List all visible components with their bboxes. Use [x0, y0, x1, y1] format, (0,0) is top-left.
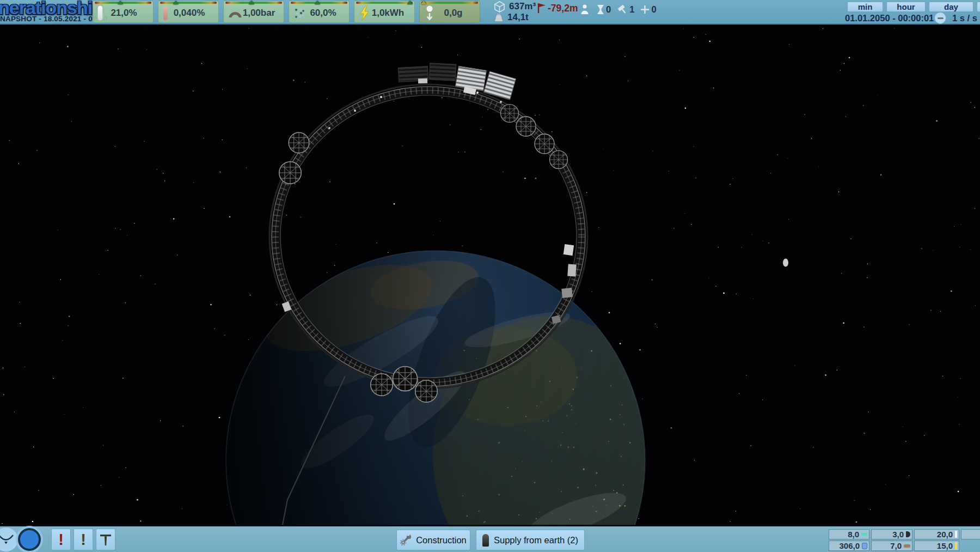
resource-panel: 8,0 3,0 20,0 306,0 7,0 15,0 — [829, 529, 980, 551]
table-icon — [99, 532, 112, 547]
crew-stat-builders: 1 — [617, 4, 634, 15]
yellow-bar-icon — [955, 542, 957, 549]
supply-from-earth-button[interactable]: Supply from earth (2) — [476, 530, 585, 550]
humidity-droplets-icon — [294, 8, 305, 19]
time-scale-month-button[interactable]: month — [977, 2, 980, 12]
red-exclamation-icon: ! — [58, 532, 64, 548]
pressure-value: 1,00bar — [242, 8, 276, 19]
gravity-tile[interactable]: 0,0g — [419, 1, 480, 23]
resource-seeds-value: 3,0 — [892, 530, 904, 539]
co2-tile[interactable]: 0,040% — [158, 1, 219, 23]
resource-food: 8,0 — [829, 529, 869, 539]
orbit-view-button[interactable] — [0, 527, 19, 552]
resource-seeds: 3,0 — [871, 529, 912, 539]
crew-stat-person — [580, 4, 591, 15]
pressure-gauge-icon — [229, 9, 242, 17]
cargo-volume-row: 637m³ — [493, 1, 536, 12]
white-bar-icon — [955, 531, 957, 538]
oxygen-marker — [118, 1, 123, 4]
pause-button[interactable] — [934, 12, 946, 24]
cargo-cube-icon — [493, 1, 506, 13]
construction-label: Construction — [416, 535, 467, 545]
cargo-mass-row: 14,1t — [493, 12, 536, 23]
pressure-marker — [249, 1, 254, 4]
altitude-indicator: -79,2m — [537, 2, 578, 14]
flag-icon — [537, 2, 547, 14]
warning-alert-button[interactable]: ! — [74, 529, 93, 550]
energy-tile[interactable]: 1,0kWh — [354, 1, 415, 23]
oxygen-value: 21,0% — [102, 8, 145, 19]
pressure-range-bar — [225, 2, 282, 4]
gravity-marker — [421, 1, 426, 4]
growth-count: 0 — [651, 4, 656, 15]
resource-water-value: 306,0 — [839, 541, 860, 550]
builders-count: 1 — [629, 4, 634, 15]
energy-bolt-icon — [359, 5, 369, 21]
oxygen-tile[interactable]: 21,0% — [93, 1, 154, 23]
food-bar-icon — [861, 533, 867, 536]
gravity-value: 0,0g — [434, 8, 472, 19]
olive-exclamation-icon: ! — [81, 532, 86, 548]
resource-water: 306,0 — [829, 541, 869, 551]
waiting-count: 0 — [606, 4, 611, 15]
platform-button[interactable] — [96, 529, 115, 550]
pause-dash-icon — [938, 17, 944, 19]
crew-stat-growth: 0 — [640, 4, 656, 15]
resource-fuel-value: 15,0 — [937, 541, 953, 550]
seed-icon — [906, 531, 910, 537]
crew-stat-waiting: 0 — [597, 4, 611, 15]
bottom-toolbar: ! ! Construction — [0, 525, 980, 552]
top-status-bar: nerationship NAPSHOT - 18.05.2021 - 07:5… — [0, 0, 980, 25]
humidity-value: 60,0% — [305, 8, 341, 19]
co2-range-bar — [160, 2, 217, 4]
resource-oxygen-value: 20,0 — [937, 530, 953, 539]
critical-alert-button[interactable]: ! — [51, 529, 71, 550]
time-scale-day-button[interactable]: day — [929, 2, 973, 12]
crew-stats: 0 1 0 — [580, 4, 657, 15]
resource-extra — [961, 529, 980, 539]
gravity-ball-icon — [425, 5, 434, 21]
construction-tools-icon — [400, 535, 411, 545]
resource-soil: 7,0 — [871, 541, 912, 551]
space-viewport[interactable] — [0, 25, 980, 525]
time-scale-hour-button[interactable]: hour — [886, 2, 926, 12]
cargo-weight-icon — [493, 13, 504, 22]
altitude-value: -79,2m — [548, 3, 578, 14]
co2-capsule-icon — [163, 6, 168, 20]
plus-icon — [640, 5, 650, 14]
resource-fuel: 15,0 — [914, 541, 959, 551]
person-icon — [580, 4, 589, 15]
humidity-marker — [315, 1, 320, 4]
energy-range-bar — [356, 2, 413, 4]
game-datetime: 01.01.2050 - 00:00:01 — [845, 13, 934, 23]
oxygen-range-bar — [95, 2, 151, 4]
resource-oxygen-tank: 20,0 — [914, 529, 959, 539]
game-screen: nerationship NAPSHOT - 18.05.2021 - 07:5… — [0, 0, 980, 552]
humidity-tile[interactable]: 60,0% — [289, 1, 350, 23]
cargo-mass-value: 14,1t — [507, 12, 529, 23]
cargo-stats: 637m³ 14,1t — [493, 1, 536, 23]
co2-value: 0,040% — [168, 8, 211, 19]
supply-capsule-icon — [482, 534, 489, 547]
pressure-tile[interactable]: 1,00bar — [223, 1, 284, 23]
snapshot-version-label: NAPSHOT - 18.05.2021 - 07:50 — [0, 15, 108, 23]
alert-buttons: ! ! — [51, 529, 115, 550]
construction-button[interactable]: Construction — [396, 530, 470, 550]
resource-soil-value: 7,0 — [890, 541, 902, 550]
orbit-arc-icon — [0, 531, 15, 548]
water-tank-icon — [862, 543, 867, 549]
oxygen-capsule-icon — [98, 6, 102, 20]
life-support-tiles: 21,0% 0,040% 1,00bar — [93, 1, 480, 23]
energy-marker — [407, 1, 413, 4]
ring-view-button[interactable] — [18, 528, 41, 551]
game-speed: 1 s / s — [952, 13, 977, 23]
supply-label: Supply from earth (2) — [494, 535, 578, 545]
hourglass-icon — [597, 4, 604, 15]
time-scale-min-button[interactable]: min — [847, 2, 883, 12]
gravity-range-bar — [421, 2, 478, 4]
co2-marker — [173, 1, 179, 4]
cargo-volume-value: 637m³ — [509, 1, 536, 12]
soil-bar-icon — [904, 544, 910, 548]
humidity-range-bar — [291, 2, 347, 4]
hammer-icon — [617, 4, 628, 15]
